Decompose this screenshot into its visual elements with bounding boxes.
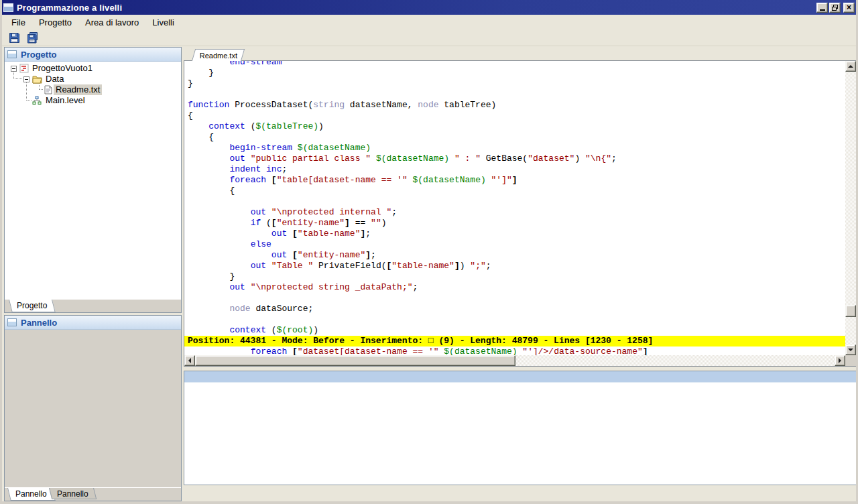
save-all-button[interactable] (25, 31, 39, 44)
project-panel-header: Progetto (5, 48, 181, 62)
code-line: { (188, 132, 845, 143)
scroll-left-button[interactable] (184, 355, 195, 366)
code-line: else (188, 239, 845, 250)
folder-icon (32, 75, 42, 84)
tab-pannello-1[interactable]: Pannello (7, 488, 55, 501)
left-arrow-icon (188, 358, 191, 363)
menu-bar: File Progetto Area di lavoro Livelli (2, 15, 856, 29)
code-line: { (188, 186, 845, 196)
scrollbar-corner (845, 355, 856, 366)
code-content: end-stream }} function ProcessDataset(st… (188, 61, 845, 355)
window-title: Programmazione a livelli (17, 3, 816, 13)
code-line: function ProcessDataset(string datasetNa… (188, 100, 845, 111)
output-panel (184, 371, 857, 485)
code-line: end-stream (188, 61, 845, 68)
minimize-icon (820, 9, 825, 11)
code-line: foreach ["dataset[dataset-name == '" $(d… (188, 346, 845, 355)
code-line: out "\nprotected string _dataPath;"; (188, 282, 845, 293)
code-line: context ($(root)) (188, 325, 845, 336)
tree-connector (39, 85, 43, 90)
close-button[interactable]: × (843, 3, 855, 13)
right-arrow-icon (839, 358, 841, 363)
project-panel: Progetto (4, 47, 182, 313)
panel-window-icon (7, 318, 17, 326)
title-bar[interactable]: Programmazione a livelli × (0, 0, 858, 15)
tree-expander-icon[interactable] (11, 66, 17, 72)
menu-item-file[interactable]: File (5, 16, 32, 29)
horizontal-scrollbar[interactable] (184, 355, 845, 366)
code-line: out ["entity-name"]; (188, 250, 845, 261)
code-line: foreach ["table[dataset-name == '" $(dat… (188, 175, 845, 186)
down-arrow-icon (848, 349, 853, 351)
restore-button[interactable] (829, 3, 841, 13)
close-icon: × (847, 3, 851, 11)
up-arrow-icon (848, 65, 853, 68)
pannello-panel-title: Pannello (21, 318, 57, 328)
app-icon (3, 3, 13, 12)
code-line: context ($(tableTree)) (188, 121, 845, 132)
code-line: } (188, 271, 845, 282)
code-line (188, 196, 845, 207)
code-line (188, 89, 845, 100)
tree-item-progettovuoto1[interactable]: ProgettoVuoto1 (30, 63, 95, 74)
code-line: out "public partial class " $(datasetNam… (188, 153, 845, 164)
output-panel-header (184, 371, 856, 383)
minimize-button[interactable] (816, 3, 828, 13)
panel-window-icon (7, 50, 17, 58)
pannello-tab-strip: Pannello Pannello (5, 487, 181, 501)
save-icon (9, 32, 20, 44)
project-panel-title: Progetto (21, 50, 56, 60)
code-line (188, 314, 845, 325)
menu-item-progetto[interactable]: Progetto (32, 16, 78, 29)
tree-item-data[interactable]: Data (44, 74, 66, 84)
project-node-icon (19, 64, 29, 73)
tab-readme-txt[interactable]: Readme.txt (192, 49, 245, 61)
vertical-scroll-thumb[interactable] (845, 305, 856, 317)
code-before: end-stream }} function ProcessDataset(st… (188, 61, 845, 336)
code-line: begin-stream $(datasetName) (188, 143, 845, 153)
menu-item-livelli[interactable]: Livelli (145, 16, 181, 29)
tab-pannello-2[interactable]: Pannello (49, 488, 97, 499)
code-line: indent inc; (188, 164, 845, 175)
editor-status-line: Position: 44381 - Mode: Before - Inserim… (184, 336, 845, 346)
save-all-icon (26, 32, 39, 44)
pannello-panel-header: Pannello (5, 316, 181, 330)
code-line: out ["table-name"]; (188, 229, 845, 239)
menu-item-area-di-lavoro[interactable]: Area di lavoro (78, 16, 145, 29)
scroll-right-button[interactable] (835, 355, 845, 366)
code-line: out "\nprotected internal "; (188, 207, 845, 218)
scroll-down-button[interactable] (845, 344, 856, 355)
level-icon (32, 96, 42, 105)
horizontal-scroll-thumb[interactable] (195, 355, 515, 366)
restore-icon (832, 5, 838, 11)
tree-connector (26, 82, 32, 101)
code-after: foreach ["dataset[dataset-name == '" $(d… (188, 346, 845, 355)
tree-item-main-level[interactable]: Main.level (44, 95, 87, 106)
project-tab-strip: Progetto (5, 299, 181, 312)
app-window: Programmazione a livelli × File Progetto… (0, 0, 858, 504)
code-line (188, 293, 845, 304)
code-line: } (188, 78, 845, 89)
code-editor[interactable]: end-stream }} function ProcessDataset(st… (184, 61, 845, 355)
vertical-scrollbar[interactable] (845, 61, 856, 355)
pannello-panel-body (5, 330, 181, 487)
document-icon (44, 85, 52, 94)
code-line: { (188, 111, 845, 121)
tree-item-readme[interactable]: Readme.txt (54, 84, 102, 95)
project-tree: ProgettoVuoto1 Data Readme.txt Main.leve… (5, 62, 181, 299)
code-line: out "Table " PrivateField(["table-name"]… (188, 261, 845, 271)
tree-expander-icon[interactable] (23, 76, 29, 82)
code-line: } (188, 68, 845, 78)
code-editor-panel: end-stream }} function ProcessDataset(st… (184, 60, 857, 367)
scroll-up-button[interactable] (845, 61, 856, 72)
code-line: node dataSource; (188, 304, 845, 314)
save-button[interactable] (7, 31, 21, 44)
toolbar (2, 29, 856, 46)
tab-progetto[interactable]: Progetto (9, 300, 56, 312)
pannello-panel: Pannello Pannello Pannello (4, 315, 182, 501)
code-line: if (["entity-name"] == "") (188, 218, 845, 229)
